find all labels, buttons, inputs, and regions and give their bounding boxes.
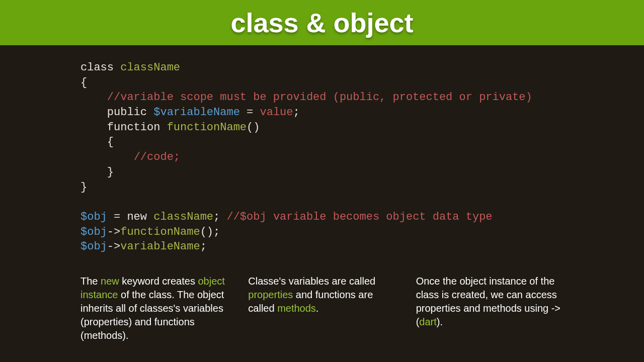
text: ). (437, 316, 443, 327)
page-title: class & object (230, 7, 413, 38)
code-brace: { (80, 76, 87, 89)
code-keyword: public (107, 106, 153, 119)
code-classname: className (153, 211, 213, 223)
text: Classe's variables are called (248, 276, 375, 287)
code-variable: $variableName (153, 106, 240, 119)
code-semicolon: ; (213, 211, 226, 223)
code-variable: $obj (80, 240, 107, 253)
code-function: variableName (120, 240, 200, 253)
highlight-dart: dart (419, 316, 436, 327)
explanation-col-3: Once the object instance of the class is… (416, 275, 564, 342)
code-keyword: new (127, 211, 153, 223)
explanation-row: The new keyword creates object instance … (80, 275, 564, 342)
code-brace: } (80, 181, 87, 194)
highlight-properties: properties (248, 289, 293, 300)
code-tail: (); (200, 226, 220, 238)
explanation-col-1: The new keyword creates object instance … (80, 275, 228, 342)
code-function: functionName (120, 226, 200, 238)
code-paren: () (247, 121, 260, 134)
code-comment: //variable scope must be provided (publi… (107, 91, 532, 104)
explanation-col-2: Classe's variables are called properties… (248, 275, 395, 342)
code-classname: className (120, 61, 180, 74)
code-operator: -> (107, 226, 120, 238)
text: . (316, 303, 319, 314)
code-indent (80, 151, 134, 163)
code-semicolon: ; (293, 106, 300, 119)
code-keyword: class (80, 61, 120, 74)
code-value: value (260, 106, 293, 119)
header: class & object (0, 0, 644, 45)
code-function: functionName (167, 121, 247, 134)
code-variable: $obj (80, 226, 107, 238)
content-area: class className { //variable scope must … (0, 45, 644, 342)
code-operator: = (240, 106, 260, 119)
code-variable: $obj (80, 211, 107, 223)
code-operator: -> (107, 240, 120, 253)
code-operator: = (107, 211, 127, 223)
code-block: class className { //variable scope must … (80, 60, 564, 254)
highlight-methods: methods (277, 303, 316, 314)
code-indent (80, 121, 107, 134)
code-brace: { (80, 136, 114, 148)
code-indent (80, 91, 107, 104)
code-indent (80, 106, 107, 119)
code-keyword: function (107, 121, 167, 134)
text: keyword creates (119, 276, 198, 287)
highlight-new: new (101, 276, 119, 287)
text: The (80, 276, 101, 287)
code-comment: //$obj variable becomes object data type (226, 211, 492, 223)
code-brace: } (80, 166, 114, 178)
code-comment: //code; (134, 151, 180, 163)
code-tail: ; (200, 240, 207, 253)
